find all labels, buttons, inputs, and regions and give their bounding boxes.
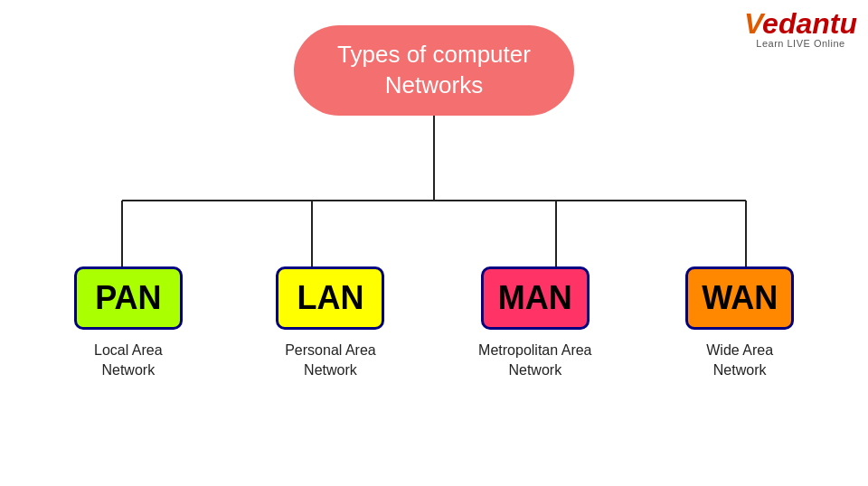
lan-label: Personal Area Network — [285, 341, 376, 381]
man-node: MAN — [481, 266, 590, 330]
pan-group: PAN Local Area Network — [74, 266, 183, 381]
logo-tagline: Learn LIVE Online — [756, 38, 844, 49]
children-row: PAN Local Area Network LAN Personal Area… — [0, 266, 868, 381]
root-node-text: Types of computer Networks — [337, 40, 531, 101]
vedantu-logo: Vedantu Learn LIVE Online — [744, 9, 857, 49]
pan-label: Local Area Network — [94, 341, 163, 381]
pan-node: PAN — [74, 266, 183, 330]
root-node: Types of computer Networks — [294, 25, 574, 116]
lan-node: LAN — [276, 266, 384, 330]
lan-group: LAN Personal Area Network — [276, 266, 384, 381]
man-group: MAN Metropolitan Area Network — [478, 266, 591, 381]
wan-group: WAN Wide Area Network — [685, 266, 794, 381]
diagram-container: Vedantu Learn LIVE Online Types of compu… — [0, 0, 868, 486]
wan-node: WAN — [685, 266, 794, 330]
man-label: Metropolitan Area Network — [478, 341, 591, 381]
logo-brand-text: Vedantu — [744, 9, 857, 38]
wan-label: Wide Area Network — [706, 341, 773, 381]
